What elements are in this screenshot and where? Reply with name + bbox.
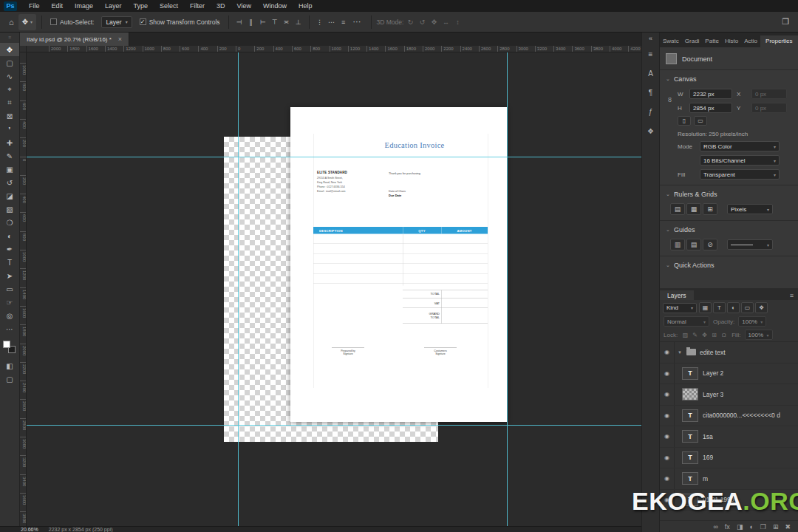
visibility-toggle[interactable]: ◉ [660,468,675,489]
layer-effects-icon[interactable]: fx [725,523,730,531]
portrait-orientation-button[interactable]: ▯ [678,116,691,126]
align-middle-icon[interactable]: ≍ [282,18,292,26]
menu-edit[interactable]: Edit [46,0,69,12]
collapse-panels-icon[interactable]: « [642,33,659,44]
auto-select-checkbox[interactable]: Auto-Select: [47,18,97,26]
close-tab-icon[interactable]: × [118,35,122,43]
shape-layer-filter-icon[interactable]: ▭ [741,302,754,313]
crop-tool[interactable]: ⌗ [0,96,19,109]
paragraph-panel-icon[interactable]: ¶ [642,83,659,102]
layer-row[interactable]: ◉T1sa [660,426,798,448]
rulers-toggle-icon[interactable]: ▤ [670,203,685,215]
eyedropper-tool[interactable]: ❜ [0,123,19,136]
lock-pixels-icon[interactable]: ✎ [691,332,699,338]
filter-kind-dropdown[interactable]: Kind▾ [663,303,697,313]
show-transform-checkbox[interactable]: ✓Show Transform Controls [137,18,223,26]
menu-help[interactable]: Help [293,0,318,12]
history-brush-tool[interactable]: ↺ [0,176,19,189]
blur-tool[interactable]: ❍ [0,216,19,229]
rectangle-tool[interactable]: ▭ [0,282,19,296]
lock-artboard-icon[interactable]: ⊞ [710,332,718,338]
menu-layer[interactable]: Layer [99,0,128,12]
quick-mask-icon[interactable]: ◧ [0,359,19,372]
more-options-icon[interactable]: ⋯ [349,17,366,27]
3d-rotate-icon[interactable]: ↻ [405,18,415,26]
landscape-orientation-button[interactable]: ▭ [694,116,707,126]
canvas[interactable]: Education Invoice ELITE STANDARD 29153 A… [27,52,641,526]
3d-roll-icon[interactable]: ↺ [417,18,427,26]
tab-histo[interactable]: Histo [722,35,741,47]
rulers-grids-section-header[interactable]: ⌄ Rulers & Grids [660,185,798,200]
tab-properties[interactable]: Properties [760,35,797,47]
clone-source-panel-icon[interactable]: ❖ [642,121,659,140]
current-tool-icon[interactable]: ✥▾ [18,14,36,30]
app-logo-icon[interactable]: Ps [4,1,17,11]
adjustments-panel-icon[interactable]: ≡ [642,44,659,64]
guide-vertical-right[interactable] [507,52,508,526]
type-tool[interactable]: T [0,256,19,269]
smart-object-filter-icon[interactable]: ❖ [755,302,768,313]
healing-brush-tool[interactable]: ✚ [0,136,19,149]
guide-horizontal-top[interactable] [27,157,641,157]
glyphs-panel-icon[interactable]: ƒ [642,102,659,121]
gradient-tool[interactable]: ▧ [0,202,19,216]
guides-toggle-icon[interactable]: ▥ [670,239,685,250]
y-field[interactable]: 0 px [751,103,787,113]
layer-mask-icon[interactable]: ◨ [737,523,743,531]
guides-section-header[interactable]: ⌄ Guides [660,220,798,236]
menu-type[interactable]: Type [128,0,154,12]
guide-horizontal-bottom[interactable] [27,425,641,426]
visibility-toggle[interactable]: ◉ [660,384,675,405]
pixel-layer-filter-icon[interactable]: ▦ [699,302,712,313]
marquee-tool[interactable]: ▢ [0,56,19,69]
align-top-icon[interactable]: ⊤ [270,18,280,26]
canvas-section-header[interactable]: ⌄ Canvas [660,70,798,85]
tab-layers[interactable]: Layers [660,290,694,300]
adjustment-layer-filter-icon[interactable]: ◐ [727,302,740,313]
3d-scale-icon[interactable]: ↕ [452,18,463,26]
visibility-toggle[interactable]: ◉ [660,364,675,384]
width-field[interactable]: 2232 px [689,89,732,99]
eraser-tool[interactable]: ◪ [0,189,19,202]
menu-3d[interactable]: 3D [211,0,231,12]
units-dropdown[interactable]: Pixels▾ [727,204,773,214]
document-tab[interactable]: Italy id.psd @ 20.7% (RGB/16) * × [20,33,129,46]
toolbar-grip-icon[interactable]: ≡ [8,33,11,43]
grid-toggle-icon[interactable]: ▦ [686,203,701,215]
tab-swatc[interactable]: Swatc [660,35,682,47]
chevron-down-icon[interactable]: ▾ [675,349,685,355]
lock-all-icon[interactable]: Ω [720,332,728,338]
menu-file[interactable]: File [23,0,46,12]
layer-row[interactable]: ◉T169 [660,448,798,469]
type-layer-filter-icon[interactable]: T [713,302,726,313]
menu-window[interactable]: Window [257,0,293,12]
tab-patte[interactable]: Patte [702,35,722,47]
lock-position-icon[interactable]: ✥ [700,332,709,338]
fill-opacity-field[interactable]: 100%▾ [745,330,773,340]
align-right-icon[interactable]: ⊢ [258,18,268,26]
foreground-color-swatch[interactable] [3,341,10,348]
visibility-toggle[interactable]: ◉ [660,406,675,426]
tab-actio[interactable]: Actio [741,35,760,47]
3d-slide-icon[interactable]: ↔ [440,18,451,26]
clone-stamp-tool[interactable]: ▣ [0,163,19,176]
new-layer-icon[interactable]: ⊞ [773,523,779,531]
align-bottom-icon[interactable]: ⊥ [293,18,304,26]
x-field[interactable]: 0 px [751,89,787,99]
lasso-tool[interactable]: ∿ [0,69,19,83]
zoom-level[interactable]: 20.66% [21,527,38,532]
clear-guides-icon[interactable]: ⊘ [703,239,717,250]
fill-dropdown[interactable]: Transparent▾ [700,169,780,180]
panel-menu-icon[interactable]: ≡ [785,292,798,300]
lock-transparency-icon[interactable]: ▨ [681,332,689,338]
brush-tool[interactable]: ✎ [0,149,19,163]
layer-row[interactable]: ◉▾edite text [660,342,798,364]
workspace-icon[interactable]: ❐ [777,17,794,27]
menu-filter[interactable]: Filter [184,0,211,12]
3d-drag-icon[interactable]: ✥ [429,18,439,26]
adjustment-layer-icon[interactable]: ◐ [749,523,753,531]
link-dimensions-icon[interactable]: 8 [668,96,672,103]
pixel-grid-icon[interactable]: ⊞ [703,203,717,215]
align-options-icon[interactable]: ≡ [338,18,349,26]
new-group-icon[interactable]: ❐ [760,523,766,531]
